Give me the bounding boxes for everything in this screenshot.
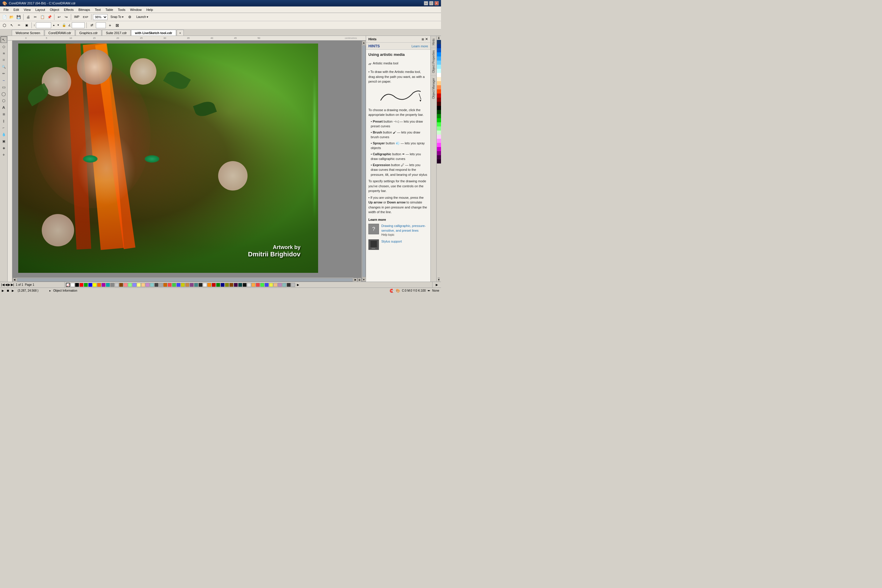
palette-swatch-28[interactable] bbox=[194, 283, 198, 287]
palette-swatch-2[interactable] bbox=[80, 283, 84, 287]
right-swatch-25[interactable] bbox=[437, 143, 441, 147]
launch-button[interactable]: Launch ▾ bbox=[134, 14, 151, 20]
shape-tool-btn[interactable]: ◇ bbox=[1, 43, 7, 50]
palette-swatch-10[interactable] bbox=[115, 283, 119, 287]
scroll-left-btn[interactable]: ◀ bbox=[12, 278, 16, 282]
open-button[interactable]: 📂 bbox=[8, 14, 15, 20]
menu-object[interactable]: Object bbox=[47, 8, 62, 12]
smear-tool-btn[interactable]: ≋ bbox=[1, 50, 7, 57]
palette-swatch-19[interactable] bbox=[154, 283, 159, 287]
redo-button[interactable]: ↪ bbox=[63, 14, 69, 20]
palette-swatch-24[interactable] bbox=[176, 283, 180, 287]
menu-table[interactable]: Table bbox=[103, 8, 116, 12]
page-first-btn[interactable]: |◀ bbox=[1, 283, 4, 286]
save-button[interactable]: 💾 bbox=[15, 14, 22, 20]
menu-tools[interactable]: Tools bbox=[116, 8, 128, 12]
table-tool-btn[interactable]: ⊞ bbox=[1, 111, 7, 117]
palette-swatch-22[interactable] bbox=[168, 283, 172, 287]
copy-button[interactable]: 📋 bbox=[39, 14, 46, 20]
right-swatch-28[interactable] bbox=[437, 155, 441, 159]
palette-swatch-1[interactable] bbox=[75, 283, 79, 287]
palette-swatch-9[interactable] bbox=[110, 283, 114, 287]
right-swatch-12[interactable] bbox=[437, 89, 441, 93]
right-swatch-17[interactable] bbox=[437, 110, 441, 114]
palette-swatch-50[interactable] bbox=[291, 283, 295, 287]
no-fill-swatch[interactable] bbox=[66, 283, 70, 287]
page-prev-btn[interactable]: ◀ bbox=[5, 283, 8, 286]
palette-swatch-37[interactable] bbox=[234, 283, 238, 287]
h-scroll-thumb[interactable] bbox=[17, 278, 353, 282]
palette-swatch-47[interactable] bbox=[278, 283, 282, 287]
tab-1[interactable]: CorelDRAW.cdr bbox=[45, 30, 75, 36]
right-swatch-9[interactable] bbox=[437, 77, 441, 81]
palette-swatch-18[interactable] bbox=[150, 283, 154, 287]
palette-swatch-44[interactable] bbox=[265, 283, 269, 287]
right-swatch-1[interactable] bbox=[437, 44, 441, 48]
help-icon[interactable]: ? bbox=[368, 224, 379, 234]
object-manager-tab[interactable]: Object Manager bbox=[431, 75, 436, 101]
lock-ratio[interactable]: 🔒 bbox=[61, 22, 68, 28]
palette-swatch-41[interactable] bbox=[251, 283, 255, 287]
tab-2[interactable]: Graphics.cdr bbox=[75, 30, 101, 36]
paste-button[interactable]: 📌 bbox=[46, 14, 52, 20]
right-swatch-22[interactable] bbox=[437, 130, 441, 135]
help-card-1-link[interactable]: Drawing calligraphic, pressure-sensitive… bbox=[381, 224, 428, 233]
tab-4[interactable]: with LiveSketch tool.cdr bbox=[131, 30, 176, 36]
size-spin-up[interactable]: ▲ bbox=[52, 22, 56, 28]
palette-swatch-0[interactable] bbox=[70, 283, 75, 287]
palette-swatch-13[interactable] bbox=[128, 283, 132, 287]
scroll-thumb[interactable] bbox=[362, 45, 366, 277]
palette-swatch-38[interactable] bbox=[238, 283, 242, 287]
artwork-canvas[interactable]: Artwork by Dmitrii Brighidov bbox=[18, 44, 318, 273]
add-tab-btn[interactable]: + bbox=[177, 30, 184, 36]
maximize-button[interactable]: □ bbox=[429, 1, 434, 5]
zoom-tool-btn[interactable]: 🔍 bbox=[1, 63, 7, 70]
canvas-area[interactable]: 0 5 10 15 20 25 30 35 40 45 50 centimetr… bbox=[8, 36, 366, 282]
crop-tool-btn[interactable]: ⌗ bbox=[1, 57, 7, 63]
palette-swatch-36[interactable] bbox=[230, 283, 233, 287]
vertical-scrollbar[interactable]: ▲ ▼ bbox=[362, 40, 366, 282]
palette-swatch-48[interactable] bbox=[282, 283, 286, 287]
right-swatch-7[interactable] bbox=[437, 69, 441, 73]
right-swatch-16[interactable] bbox=[437, 106, 441, 110]
right-swatch-11[interactable] bbox=[437, 85, 441, 89]
angle-input[interactable]: 90.0° bbox=[72, 22, 85, 28]
right-swatch-27[interactable] bbox=[437, 151, 441, 155]
menu-effects[interactable]: Effects bbox=[62, 8, 76, 12]
palette-swatch-17[interactable] bbox=[146, 283, 150, 287]
palette-swatch-16[interactable] bbox=[141, 283, 145, 287]
connector-tool-btn[interactable]: ⌐ bbox=[1, 124, 7, 131]
palette-swatch-20[interactable] bbox=[159, 283, 163, 287]
ellipse-tool-btn[interactable]: ◯ bbox=[1, 90, 7, 97]
menu-window[interactable]: Window bbox=[128, 8, 144, 12]
palette-swatch-21[interactable] bbox=[163, 283, 167, 287]
artistic-media-btn[interactable]: ~ bbox=[1, 77, 7, 84]
palette-swatch-14[interactable] bbox=[132, 283, 136, 287]
pointer-btn[interactable]: ↖ bbox=[9, 22, 15, 28]
right-swatch-8[interactable] bbox=[437, 73, 441, 77]
export-button[interactable]: EXP bbox=[81, 14, 90, 20]
size-input[interactable]: 2.0 cm bbox=[36, 22, 51, 28]
palette-scroll-right-btn[interactable]: ▶ bbox=[297, 283, 299, 286]
right-swatch-23[interactable] bbox=[437, 135, 441, 139]
menu-edit[interactable]: Edit bbox=[11, 8, 21, 12]
palette-swatch-27[interactable] bbox=[190, 283, 194, 287]
palette-swatch-33[interactable] bbox=[216, 283, 220, 287]
right-swatch-18[interactable] bbox=[437, 114, 441, 118]
print-button[interactable]: 🖨 bbox=[25, 14, 32, 20]
undo-button[interactable]: ↩ bbox=[56, 14, 62, 20]
palette-swatch-43[interactable] bbox=[260, 283, 264, 287]
import-button[interactable]: IMP bbox=[73, 14, 81, 20]
palette-swatch-32[interactable] bbox=[212, 283, 216, 287]
eyedropper-tool-btn[interactable]: 💧 bbox=[1, 131, 7, 138]
add-btn[interactable]: + bbox=[107, 22, 113, 28]
right-swatch-5[interactable] bbox=[437, 61, 441, 64]
right-swatch-2[interactable] bbox=[437, 48, 441, 52]
palette-scroll-down[interactable]: ▼ bbox=[438, 278, 440, 282]
learn-more-link[interactable]: Learn more bbox=[412, 44, 428, 48]
palette-swatch-49[interactable] bbox=[286, 283, 291, 287]
palette-swatch-11[interactable] bbox=[119, 283, 123, 287]
right-swatch-24[interactable] bbox=[437, 139, 441, 143]
clear-btn[interactable]: ⊠ bbox=[114, 22, 120, 28]
text-tool-btn[interactable]: A bbox=[1, 104, 7, 111]
